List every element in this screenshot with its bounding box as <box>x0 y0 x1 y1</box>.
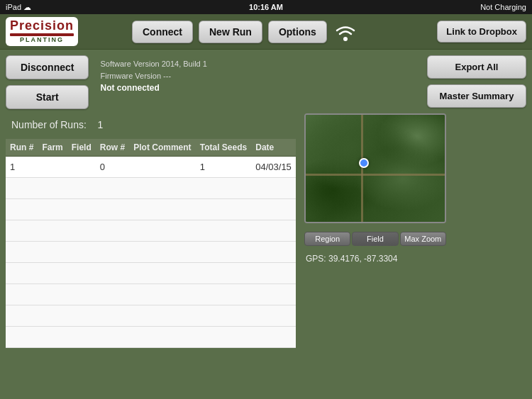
table-header-row: Run # Farm Field Row # Plot Comment Tota… <box>6 139 296 157</box>
col-total-seeds: Total Seeds <box>196 139 252 157</box>
col-plot-comment: Plot Comment <box>129 139 195 157</box>
nav-bar: Precision PLANTING Connect New Run Optio… <box>0 14 532 50</box>
table-row <box>6 263 296 284</box>
options-button[interactable]: Options <box>268 21 327 43</box>
data-table: Run # Farm Field Row # Plot Comment Tota… <box>6 139 296 348</box>
battery-label: Not Charging <box>480 3 526 11</box>
col-row-num: Row # <box>96 139 129 157</box>
table-row <box>6 305 296 327</box>
table-row <box>6 178 296 199</box>
region-button[interactable]: Region <box>304 232 350 246</box>
map-road-vertical <box>361 115 363 222</box>
map-marker <box>359 158 369 168</box>
table-row <box>6 284 296 305</box>
max-zoom-button[interactable]: Max Zoom <box>400 232 446 246</box>
master-summary-button[interactable]: Master Summary <box>427 84 526 108</box>
info-box: Software Version 2014, Build 1 Firmware … <box>94 55 212 97</box>
field-button[interactable]: Field <box>352 232 398 246</box>
table-row <box>6 242 296 263</box>
gps-text: GPS: 39.4176, -87.3304 <box>304 252 526 266</box>
logo-planting-text: PLANTING <box>20 37 64 44</box>
connect-button[interactable]: Connect <box>132 21 193 43</box>
status-time: 10:16 AM <box>249 3 283 11</box>
left-top: Disconnect Start Software Version 2014, … <box>6 55 296 109</box>
status-bar: iPad ☁ 10:16 AM Not Charging <box>0 0 532 14</box>
ipad-label: iPad ☁ <box>6 3 31 12</box>
left-panel: Disconnect Start Software Version 2014, … <box>0 50 301 399</box>
right-panel: Export All Master Summary Region Field M… <box>301 50 532 399</box>
map-background <box>306 115 445 222</box>
main-content: Disconnect Start Software Version 2014, … <box>0 50 532 399</box>
logo-precision-text: Precision <box>10 19 74 33</box>
not-connected-text: Not connected <box>100 82 206 94</box>
runs-info: Number of Runs: 1 <box>6 116 296 133</box>
map-road-horizontal <box>306 174 445 176</box>
svg-point-0 <box>343 37 348 41</box>
map-area <box>304 113 446 223</box>
status-left: iPad ☁ <box>6 3 31 12</box>
col-date: Date <box>251 139 296 157</box>
map-controls: Region Field Max Zoom <box>304 232 446 246</box>
status-right: Not Charging <box>480 3 526 11</box>
number-of-runs-value: 1 <box>97 119 103 130</box>
number-of-runs-label: Number of Runs: <box>11 119 87 130</box>
link-dropbox-button[interactable]: Link to Dropbox <box>437 21 526 43</box>
firmware-version-text: Firmware Version --- <box>100 70 206 82</box>
start-button[interactable]: Start <box>6 85 89 109</box>
table-row <box>6 199 296 220</box>
logo-area: Precision PLANTING <box>6 17 126 47</box>
right-top-buttons: Export All Master Summary <box>304 55 526 108</box>
left-controls: Disconnect Start <box>6 55 89 109</box>
wifi-icon <box>333 19 358 45</box>
col-farm: Farm <box>38 139 67 157</box>
col-field: Field <box>67 139 96 157</box>
col-run-num: Run # <box>6 139 38 157</box>
logo-box: Precision PLANTING <box>6 17 78 47</box>
export-all-button[interactable]: Export All <box>427 55 526 79</box>
software-version-text: Software Version 2014, Build 1 <box>100 58 206 70</box>
table-row <box>6 220 296 242</box>
table-row: 10104/03/15 <box>6 157 296 178</box>
table-row <box>6 327 296 348</box>
new-run-button[interactable]: New Run <box>199 21 262 43</box>
disconnect-button[interactable]: Disconnect <box>6 55 89 79</box>
